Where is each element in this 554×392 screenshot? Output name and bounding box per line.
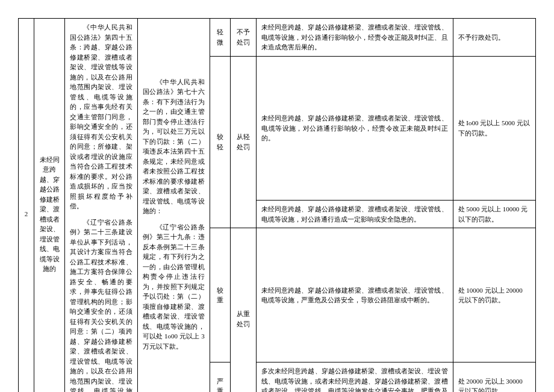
description: 多次未经同意跨越、穿越公路修建桥梁、渡槽或者架设、埋设管线、电缆等设施，或者未经… [257, 362, 453, 393]
law-reference: 《中华人民共和国公路法》第七十六条：有下列违法行为之一的，由交通主管部门责令停止… [137, 19, 210, 393]
table-row: 2 未经同意跨越、穿越公路修建桥梁、渡槽或者架设、埋设管线、电缆等设施的 《中华… [19, 19, 536, 57]
description: 未经同意跨越、穿越公路修建桥梁、渡槽或者架设、埋设管线、电缆等设施，对公路通行影… [257, 19, 453, 57]
penalty-amount: 处 Io00 元以上 5000 元以下的罚款。 [453, 56, 535, 201]
penalty-amount: 处 5000 元以上 10000 元以下的罚款。 [453, 201, 535, 228]
severity-level: 严重 [210, 362, 230, 393]
legal-basis: 《中华人民共和国公路法》第四十五条：跨越、穿越公路修建桥梁、渡槽或者架设、埋设管… [65, 19, 137, 393]
penalty-amount: 处 10000 元以上 20000 元以下的罚款。 [453, 228, 535, 362]
description: 未经同意跨越、穿越公路修建桥梁、渡槽或者架设、埋设管线、电缆等设施，对公路通行影… [257, 56, 453, 201]
penalty-direction: 不予处罚 [231, 19, 257, 57]
severity-level: 较轻 [210, 56, 230, 228]
row-number: 2 [19, 19, 34, 393]
law-paragraph-1: 《中华人民共和国公路法》第七十六条：有下列违法行为之一的，由交通主管部门责令停止… [143, 77, 205, 216]
severity-level: 轻微 [210, 19, 230, 57]
severity-level: 较重 [210, 228, 230, 362]
basis-paragraph-1: 《中华人民共和国公路法》第四十五条：跨越、穿越公路修建桥梁、渡槽或者架设、埋设管… [70, 22, 132, 211]
penalty-amount: 处 20000 元以上 30000 元以下的罚款。 [453, 362, 535, 393]
basis-paragraph-2: 《辽宁省公路条例》第二十三条建设单位从事下列活动，其设计方案应当符合公路工程技术… [70, 217, 132, 393]
law-paragraph-2: 《辽宁省公路条例》第三十九条：违反本条例第二十三条规定，有下列行为之一的，由公路… [143, 222, 205, 352]
description: 未经同意跨越、穿越公路修建桥梁、渡槽或者架设、埋设管线、电缆等设施，严重危及公路… [257, 228, 453, 362]
penalty-direction: 从重处罚 [231, 228, 257, 393]
penalty-direction: 从轻处罚 [231, 56, 257, 228]
description: 未经同意跨越、穿越公路修建桥梁、渡槽或者架设、埋设管线、电缆等设施，对公路通行造… [257, 201, 453, 228]
penalty-amount: 不予行政处罚。 [453, 19, 535, 57]
regulation-table: 2 未经同意跨越、穿越公路修建桥梁、渡槽或者架设、埋设管线、电缆等设施的 《中华… [18, 18, 536, 392]
violation-title: 未经同意跨越、穿越公路修建桥梁、渡槽或者架设、埋设管线、电缆等设施的 [34, 19, 65, 393]
